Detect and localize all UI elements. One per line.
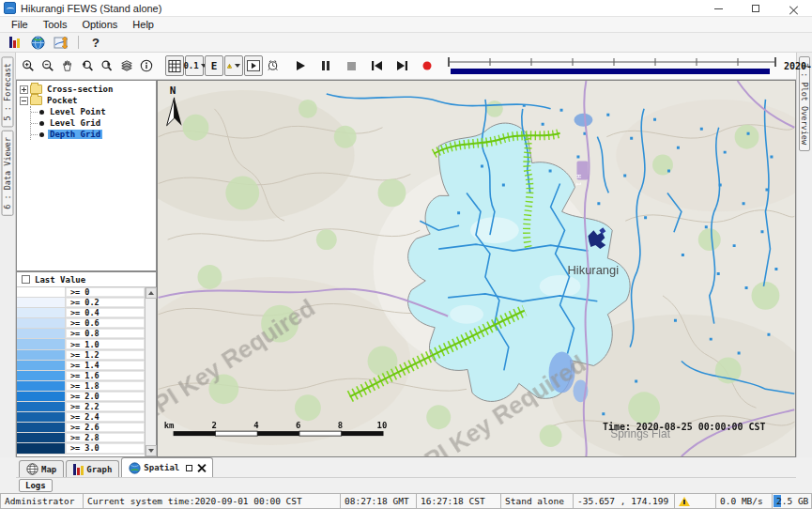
legend-swatch xyxy=(17,287,66,297)
tree-node-level-grid[interactable]: Level Grid xyxy=(31,117,156,129)
svg-text:6: 6 xyxy=(296,421,300,430)
step-back-button[interactable] xyxy=(367,55,386,76)
step-forward-button[interactable] xyxy=(392,55,411,76)
legend-label: >= 2.4 xyxy=(66,412,145,422)
zoom-next-button[interactable] xyxy=(98,55,116,76)
legend-title: Last Value xyxy=(35,275,85,285)
timeline-slider[interactable] xyxy=(443,54,781,77)
maximize-button[interactable] xyxy=(737,0,774,17)
tree-node-label-selected[interactable]: Depth Grid xyxy=(48,130,102,139)
tab-maximize-icon[interactable] xyxy=(186,465,192,471)
legend-scrollbar[interactable] xyxy=(145,287,156,456)
last-value-checkbox[interactable] xyxy=(22,275,30,284)
zoom-in-button[interactable] xyxy=(19,55,38,76)
tree-node-label[interactable]: Pocket xyxy=(45,96,80,105)
menu-tools[interactable]: Tools xyxy=(36,18,75,31)
folder-icon xyxy=(30,96,42,105)
tree-node-label[interactable]: Level Point xyxy=(48,107,108,116)
tree-node-level-point[interactable]: Level Point xyxy=(31,106,156,117)
time-series-display-button[interactable] xyxy=(51,34,71,51)
status-warning-cell[interactable] xyxy=(674,493,715,509)
tree-node-label[interactable]: Cross-section xyxy=(45,85,115,94)
pause-button[interactable] xyxy=(316,55,335,76)
map-display-button[interactable] xyxy=(27,34,48,51)
map-canvas[interactable]: N API Key Required API Key Required km 2… xyxy=(158,81,795,456)
tree-node-pocket[interactable]: Pocket xyxy=(17,95,156,106)
database-status-button[interactable] xyxy=(4,34,24,51)
zoom-out-button[interactable] xyxy=(38,55,57,76)
close-button[interactable] xyxy=(774,0,812,17)
timer-clock-icon xyxy=(267,58,280,73)
layers-button[interactable] xyxy=(117,55,136,76)
legend-label: >= 1.8 xyxy=(66,381,145,391)
chevron-down-icon xyxy=(235,64,240,68)
timeline-progress-bar xyxy=(451,69,770,74)
legend-label: >= 0.6 xyxy=(66,318,145,328)
status-gmt-time: 08:27:18 GMT xyxy=(340,493,416,509)
legend-row: >= 0.4 xyxy=(17,308,145,318)
app-logo-icon xyxy=(4,2,16,14)
help-icon: ? xyxy=(92,36,100,50)
stop-button[interactable] xyxy=(342,55,360,76)
map-toolbar: 0.1 E xyxy=(16,53,796,80)
logs-button[interactable]: Logs xyxy=(19,479,53,492)
legend-label: >= 2.8 xyxy=(66,433,145,442)
animation-interval-button[interactable] xyxy=(264,55,283,76)
svg-text:H 1: H 1 xyxy=(575,175,582,187)
zoom-previous-button[interactable] xyxy=(78,55,97,76)
scroll-up-button[interactable] xyxy=(146,287,157,299)
arrow-down-icon xyxy=(148,449,154,453)
status-bar: Administrator Current system time:2020-0… xyxy=(0,493,812,509)
tab-spatial[interactable]: Spatial xyxy=(121,457,213,477)
bar-chart-icon xyxy=(73,464,84,475)
arrow-up-icon xyxy=(148,291,154,295)
menu-help[interactable]: Help xyxy=(125,18,161,31)
menu-file[interactable]: File xyxy=(4,18,36,31)
tab-graph[interactable]: Graph xyxy=(66,460,119,477)
scroll-down-button[interactable] xyxy=(146,445,157,456)
info-button[interactable] xyxy=(137,55,156,76)
tree-node-depth-grid[interactable]: Depth Grid xyxy=(31,129,156,140)
menu-options[interactable]: Options xyxy=(74,18,125,31)
minimize-button[interactable] xyxy=(699,0,737,17)
minimize-icon xyxy=(714,8,723,9)
help-button[interactable]: ? xyxy=(85,34,106,51)
svg-text:2: 2 xyxy=(211,421,216,430)
legend-label: >= 0 xyxy=(66,287,145,297)
contour-interval-dropdown[interactable]: 0.1 xyxy=(185,55,204,76)
logs-row: Logs xyxy=(16,478,796,493)
legend-row: >= 1.6 xyxy=(17,371,145,381)
legend-row: >= 2.8 xyxy=(17,433,145,443)
tab-close-icon[interactable] xyxy=(197,464,206,472)
step-back-icon xyxy=(371,60,383,71)
legend-swatch xyxy=(17,339,66,348)
label-display-button[interactable]: E xyxy=(205,55,223,76)
warning-icon xyxy=(679,497,690,506)
legend-label: >= 0.4 xyxy=(66,308,145,317)
tree-node-label[interactable]: Level Grid xyxy=(48,118,102,128)
animation-button[interactable] xyxy=(244,55,263,76)
legend-swatch xyxy=(17,443,66,453)
town-label: Hikurangi xyxy=(568,263,620,277)
svg-text:km: km xyxy=(164,421,175,430)
pan-button[interactable] xyxy=(58,55,77,76)
toolbar-separator xyxy=(78,36,79,49)
legend-swatch xyxy=(17,350,66,360)
map-viewport[interactable]: N API Key Required API Key Required km 2… xyxy=(157,80,796,457)
tab-data-viewer[interactable]: 6 : Data Viewer xyxy=(2,131,14,216)
legend-label: >= 3.0 xyxy=(66,443,145,453)
legend-label: >= 1.6 xyxy=(66,371,145,380)
tab-map[interactable]: Map xyxy=(19,460,64,477)
legend-row: >= 2.6 xyxy=(17,423,145,433)
tab-forecast[interactable]: 5 : Forecast xyxy=(2,56,14,127)
expand-icon[interactable] xyxy=(20,85,28,94)
play-button[interactable] xyxy=(291,55,310,76)
warning-icon xyxy=(227,59,233,73)
collapse-icon[interactable] xyxy=(20,97,28,105)
status-mode: Stand alone xyxy=(500,493,573,509)
timeline[interactable]: 2020-08-25 00:00:00 CST xyxy=(443,54,812,77)
grid-display-button[interactable] xyxy=(165,55,184,76)
legend-swatch xyxy=(17,298,66,307)
thresholds-dropdown[interactable] xyxy=(224,55,243,76)
record-button[interactable] xyxy=(418,55,437,76)
